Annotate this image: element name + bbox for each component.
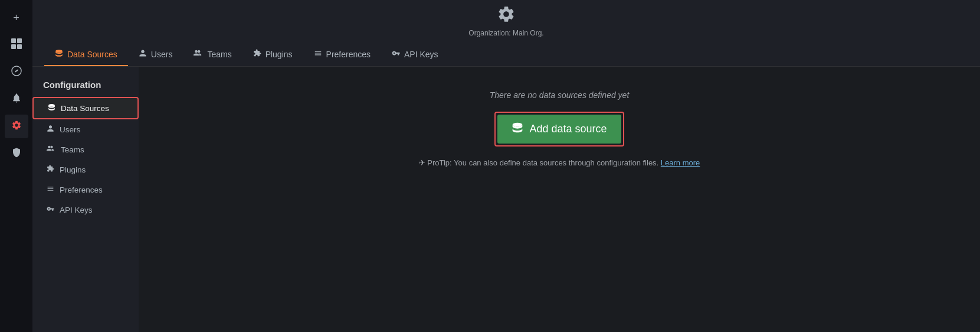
learn-more-link[interactable]: Learn more [661, 158, 700, 167]
svg-rect-2 [11, 44, 16, 49]
bell-icon [11, 93, 22, 106]
tab-teams[interactable]: Teams [183, 43, 242, 66]
sidebar-item-teams-label: Teams [61, 145, 84, 154]
tab-plugins-label: Plugins [266, 50, 293, 59]
tab-plugins[interactable]: Plugins [242, 43, 303, 66]
add-datasource-btn-icon [512, 122, 523, 136]
svg-rect-1 [17, 38, 22, 43]
no-sources-text: There are no data sources defined yet [490, 90, 630, 100]
tabs-bar: Data Sources Users Teams [32, 43, 980, 66]
svg-marker-5 [15, 69, 18, 73]
preferences-tab-icon [314, 49, 322, 59]
org-name-label: Organization: Main Org. [468, 29, 543, 37]
tab-preferences-label: Preferences [326, 50, 371, 59]
sidebar-item-preferences[interactable]: Preferences [32, 180, 139, 200]
add-icon: + [13, 12, 19, 24]
sidebar-item-teams[interactable]: Teams [32, 139, 139, 160]
add-datasource-button[interactable]: Add data source [497, 115, 621, 144]
svg-point-8 [513, 123, 523, 127]
tab-data-sources[interactable]: Data Sources [44, 43, 128, 66]
compass-icon [11, 65, 22, 80]
content-area: Configuration Data Sources User [32, 67, 980, 332]
sidebar-item-plugins-label: Plugins [60, 165, 86, 174]
alerting-nav-button[interactable] [5, 87, 28, 111]
add-nav-button[interactable]: + [5, 6, 28, 30]
add-datasource-button-wrapper: Add data source [494, 112, 624, 147]
protip-icon: ✈ [419, 158, 425, 167]
tab-teams-label: Teams [207, 50, 231, 59]
svg-point-6 [55, 50, 63, 53]
data-sources-tab-icon [55, 49, 63, 59]
teams-tab-icon [194, 49, 203, 59]
sidebar-item-data-sources[interactable]: Data Sources [32, 97, 139, 119]
data-sources-empty-state: There are no data sources defined yet Ad… [139, 67, 980, 191]
users-sidebar-icon [47, 125, 54, 134]
dashboards-nav-button[interactable] [5, 33, 28, 57]
users-tab-icon [139, 49, 147, 59]
preferences-sidebar-icon [47, 185, 54, 194]
api-keys-tab-icon [392, 49, 400, 59]
sidebar-item-users-label: Users [60, 125, 80, 134]
sidebar-item-plugins[interactable]: Plugins [32, 160, 139, 180]
tab-data-sources-label: Data Sources [67, 50, 117, 59]
tab-preferences[interactable]: Preferences [303, 43, 381, 66]
svg-point-7 [48, 104, 55, 106]
api-keys-sidebar-icon [47, 205, 54, 214]
explore-nav-button[interactable] [5, 60, 28, 84]
plugins-sidebar-icon [47, 165, 54, 174]
icon-bar: + [0, 0, 32, 332]
teams-sidebar-icon [47, 145, 55, 154]
org-header: Organization: Main Org. [468, 5, 543, 43]
shield-icon [11, 147, 22, 161]
sidebar-header: Configuration [32, 73, 139, 97]
svg-rect-3 [17, 44, 22, 49]
org-gear-icon [497, 5, 516, 28]
protip-text: ✈ ProTip: You can also define data sourc… [419, 158, 700, 167]
page-header: Organization: Main Org. Data Sources [32, 0, 980, 67]
tab-api-keys-label: API Keys [404, 50, 438, 59]
sidebar-item-data-sources-label: Data Sources [61, 104, 109, 113]
configuration-nav-button[interactable] [5, 115, 28, 138]
add-datasource-btn-label: Add data source [529, 123, 607, 135]
shield-nav-button[interactable] [5, 142, 28, 165]
configuration-sidebar: Configuration Data Sources User [32, 67, 139, 332]
sidebar-item-api-keys-label: API Keys [60, 206, 93, 214]
gear-icon [11, 120, 22, 134]
protip-content: ProTip: You can also define data sources… [427, 158, 658, 167]
tab-users-label: Users [151, 50, 173, 59]
sidebar-item-api-keys[interactable]: API Keys [32, 200, 139, 220]
svg-rect-0 [11, 38, 16, 43]
plugins-tab-icon [253, 49, 261, 59]
sidebar-item-preferences-label: Preferences [60, 185, 103, 194]
data-sources-sidebar-icon [48, 103, 55, 113]
tab-api-keys[interactable]: API Keys [381, 43, 449, 66]
dashboard-icon [11, 38, 22, 53]
main-content: Organization: Main Org. Data Sources [32, 0, 980, 332]
tab-users[interactable]: Users [128, 43, 183, 66]
sidebar-item-users[interactable]: Users [32, 119, 139, 139]
